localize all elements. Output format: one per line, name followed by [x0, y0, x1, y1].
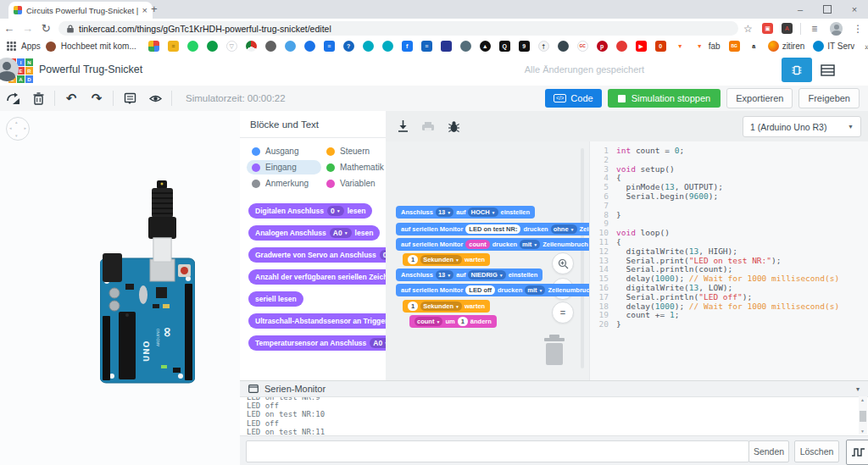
clear-button[interactable]: Löschen [794, 440, 839, 462]
palette-category-ausgang[interactable]: Ausgang [247, 144, 321, 158]
bookmark-favicon[interactable] [148, 41, 159, 52]
digital-header[interactable] [185, 284, 192, 380]
bookmark-favicon[interactable]: p [597, 41, 608, 52]
block-value-input[interactable]: 1 [458, 317, 468, 326]
block-dropdown[interactable]: count▼ [415, 317, 442, 326]
palette-category-variablen[interactable]: Variablen [321, 176, 387, 191]
bookmark-favicon[interactable]: † [538, 41, 549, 52]
design-title[interactable]: Powerful Trug-Snicket [39, 64, 142, 75]
code-block[interactable]: 1Sekunden▼warten [403, 253, 490, 266]
block-value-input[interactable]: 1 [408, 302, 418, 311]
tab-close-icon[interactable]: × [142, 5, 147, 15]
annotations-button[interactable] [117, 86, 142, 111]
bookmark-favicon[interactable]: ≡ [168, 41, 179, 52]
block-dropdown[interactable]: A0▼ [330, 228, 352, 238]
block-dropdown[interactable]: 13▼ [436, 208, 453, 217]
delete-button[interactable] [25, 86, 51, 111]
bookmark-favicon[interactable] [246, 41, 257, 52]
export-button[interactable]: Exportieren [726, 88, 793, 108]
block-dropdown[interactable]: ohne▼ [551, 224, 577, 234]
bookmark-favicon[interactable]: ≡ [324, 41, 335, 52]
bookmark-favicon[interactable]: 0 [655, 41, 666, 52]
bookmark-favicon[interactable] [304, 41, 315, 52]
block-dropdown[interactable]: 0▼ [327, 206, 344, 216]
block-dropdown[interactable]: 13▼ [436, 270, 453, 280]
serial-monitor-header[interactable]: Serien-Monitor ▾ [240, 381, 868, 396]
bookmark-favicon[interactable] [768, 41, 779, 52]
circuit-view-button[interactable] [782, 58, 812, 82]
bookmark-favicon[interactable] [813, 41, 824, 52]
code-button[interactable]: </> Code [545, 89, 602, 108]
block-dropdown[interactable]: Sekunden▼ [420, 255, 462, 264]
palette-block[interactable]: Anzahl der verfügbaren seriellen Zeichen [248, 269, 387, 285]
component-visibility-button[interactable] [142, 86, 168, 111]
arduino-uno-board[interactable]: ∞ ARDUINO UNO [100, 180, 195, 384]
canvas-scrollbar[interactable] [581, 148, 584, 368]
scroll-down-icon[interactable]: ▼ [860, 429, 865, 434]
new-tab-button[interactable]: + [151, 3, 158, 15]
block-dropdown[interactable]: A0▼ [370, 338, 387, 348]
bookmark-label[interactable]: zitiren [782, 42, 805, 51]
browser-tab[interactable]: Circuits Powerful Trug-Snicket | T × [8, 2, 153, 19]
palette-category-mathematik[interactable]: Mathematik [321, 160, 387, 174]
palette-mode-select[interactable]: Blöcke und Text [240, 111, 386, 138]
bookmark-favicon[interactable] [285, 41, 296, 52]
debug-button[interactable] [445, 118, 462, 135]
forward-button[interactable]: → [19, 22, 37, 35]
bookmark-favicon[interactable]: ? [343, 41, 354, 52]
bookmark-favicon[interactable] [558, 41, 569, 52]
block-trash-dropzone[interactable] [542, 335, 567, 365]
bookmark-favicon[interactable] [207, 41, 218, 52]
bookmark-favicon[interactable] [441, 41, 452, 52]
bookmark-favicon[interactable] [460, 41, 471, 52]
bookmark-favicon[interactable]: Q [499, 41, 510, 52]
palette-category-anmerkung[interactable]: Anmerkung [247, 176, 321, 191]
circuit-workspace[interactable]: ▴ ▾ ◂ ▸ [0, 111, 241, 465]
block-dropdown[interactable]: mit▼ [520, 240, 540, 249]
bookmark-favicon[interactable] [616, 41, 627, 52]
bookmark-favicon[interactable]: 9 [519, 41, 530, 52]
window-maximize-button[interactable] [814, 0, 841, 19]
window-minimize-button[interactable]: – [787, 0, 814, 19]
palette-category-steuern[interactable]: Steuern [321, 144, 387, 158]
bookmark-favicon[interactable]: ▽ [226, 41, 237, 52]
omnibox[interactable]: tinkercad.com/things/gGnTc1KrHDH-powerfu… [58, 21, 737, 36]
apps-label[interactable]: Apps [21, 42, 41, 51]
undo-button[interactable]: ↶ [58, 86, 84, 111]
serial-output[interactable]: LED on test NR:9LED offLED on test NR:10… [240, 396, 868, 436]
send-button[interactable]: Senden [748, 440, 789, 462]
palette-block[interactable]: Gradwerte von Servo an Anschluss0▼ [248, 247, 387, 263]
print-button[interactable] [420, 118, 437, 135]
bookmark-label[interactable]: fab [709, 42, 721, 51]
serial-input[interactable] [246, 440, 749, 462]
reload-button[interactable]: ↻ [36, 22, 55, 35]
scroll-up-icon[interactable]: ▲ [860, 397, 865, 402]
palette-category-eingang[interactable]: Eingang [247, 160, 321, 174]
bookmark-favicon[interactable]: BG [729, 41, 740, 52]
bookmarks-overflow-chevron[interactable]: » [860, 42, 868, 52]
block-dropdown[interactable]: mit▼ [525, 285, 545, 295]
pan-control[interactable]: ▴ ▾ ◂ ▸ [6, 117, 30, 141]
extension-icon-pdf[interactable]: A [782, 23, 793, 34]
reading-list-icon[interactable]: ≡ [804, 23, 825, 35]
palette-block[interactable]: seriell lesen [248, 291, 303, 307]
bookmark-favicon[interactable]: ▼ [675, 41, 686, 52]
block-variable[interactable]: count [465, 240, 489, 249]
redo-button[interactable]: ↷ [84, 86, 109, 111]
palette-block[interactable]: Digitalen Anschluss0▼lesen [248, 203, 372, 219]
bookmark-favicon[interactable]: ▶ [636, 41, 647, 52]
board-selector-dropdown[interactable]: 1 (Arduino Uno R3) ▼ [743, 116, 861, 137]
back-button[interactable]: ← [0, 22, 19, 35]
bookmark-label[interactable]: IT Service [827, 42, 854, 51]
bookmark-star-icon[interactable]: ☆ [738, 23, 759, 35]
palette-block[interactable]: Analogen AnschlussA0▼lesen [248, 225, 380, 241]
browser-menu-icon[interactable]: ⋮ [848, 23, 868, 35]
block-value-input[interactable]: LED on test NR: [465, 224, 520, 234]
panels-view-button[interactable] [817, 61, 837, 79]
code-block[interactable]: auf seriellen MonitorLED on test NR:druc… [396, 223, 589, 235]
palette-block[interactable]: Temperatursensor an AnschlussA0▼ [248, 335, 387, 351]
block-canvas[interactable]: = Anschluss13▼aufHOCH▼einstellenauf seri… [386, 141, 589, 380]
block-dropdown[interactable]: NIEDRIG▼ [468, 270, 505, 280]
extension-icon-red[interactable]: ▣ [762, 23, 773, 34]
block-value-input[interactable]: 1 [408, 255, 418, 264]
